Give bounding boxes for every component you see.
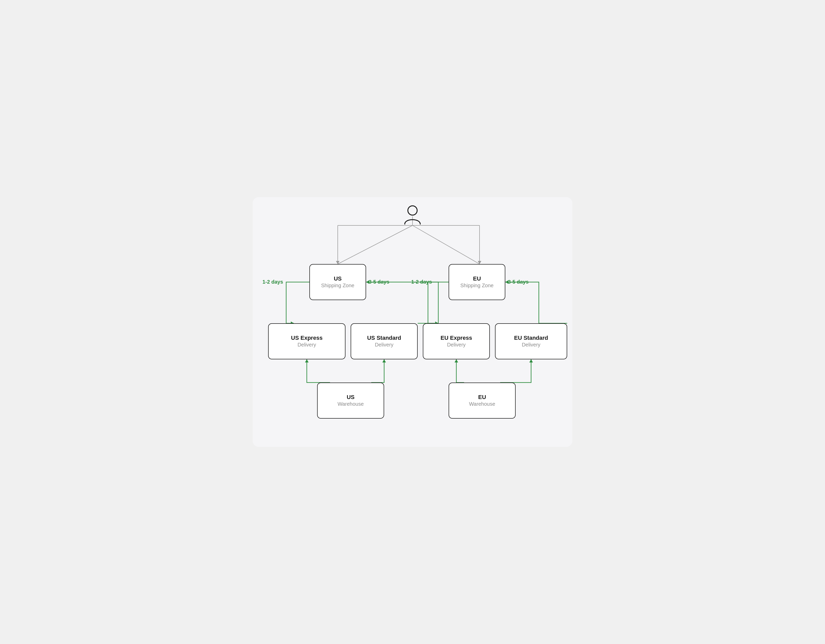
eu-standard-subtitle: Delivery — [522, 341, 541, 348]
eu-express-delivery-node: EU Express Delivery — [423, 323, 490, 359]
svg-marker-13 — [382, 359, 386, 362]
eu-express-days-label: 1-2 days — [411, 279, 432, 285]
diagram-container: US Shipping Zone EU Shipping Zone US Exp… — [253, 197, 572, 447]
eu-zone-title: EU — [473, 275, 481, 282]
eu-shipping-zone-node: EU Shipping Zone — [449, 264, 505, 300]
eu-standard-days-label: 3-5 days — [508, 279, 528, 285]
us-express-subtitle: Delivery — [298, 341, 316, 348]
svg-marker-15 — [529, 359, 533, 362]
us-standard-subtitle: Delivery — [375, 341, 393, 348]
svg-line-1 — [412, 225, 479, 264]
diagram-svg — [253, 197, 572, 447]
us-shipping-zone-node: US Shipping Zone — [309, 264, 366, 300]
us-warehouse-title: US — [347, 394, 355, 401]
us-standard-delivery-node: US Standard Delivery — [351, 323, 418, 359]
us-zone-title: US — [334, 275, 342, 282]
person-icon — [403, 205, 422, 226]
eu-warehouse-title: EU — [478, 394, 486, 401]
eu-zone-subtitle: Shipping Zone — [460, 282, 494, 289]
us-express-delivery-node: US Express Delivery — [268, 323, 346, 359]
us-zone-subtitle: Shipping Zone — [321, 282, 354, 289]
us-warehouse-node: US Warehouse — [317, 382, 384, 419]
svg-point-16 — [408, 206, 417, 215]
us-warehouse-subtitle: Warehouse — [337, 401, 364, 407]
eu-express-subtitle: Delivery — [447, 341, 466, 348]
eu-warehouse-subtitle: Warehouse — [469, 401, 495, 407]
svg-marker-14 — [454, 359, 458, 362]
us-express-title: US Express — [291, 334, 323, 341]
us-express-days-label: 1-2 days — [263, 279, 283, 285]
us-standard-days-label: 3-5 days — [369, 279, 389, 285]
svg-marker-12 — [305, 359, 309, 362]
us-standard-title: US Standard — [367, 334, 401, 341]
eu-express-title: EU Express — [440, 334, 472, 341]
eu-warehouse-node: EU Warehouse — [449, 382, 516, 419]
eu-standard-title: EU Standard — [514, 334, 548, 341]
eu-standard-delivery-node: EU Standard Delivery — [495, 323, 567, 359]
svg-line-0 — [338, 225, 412, 264]
